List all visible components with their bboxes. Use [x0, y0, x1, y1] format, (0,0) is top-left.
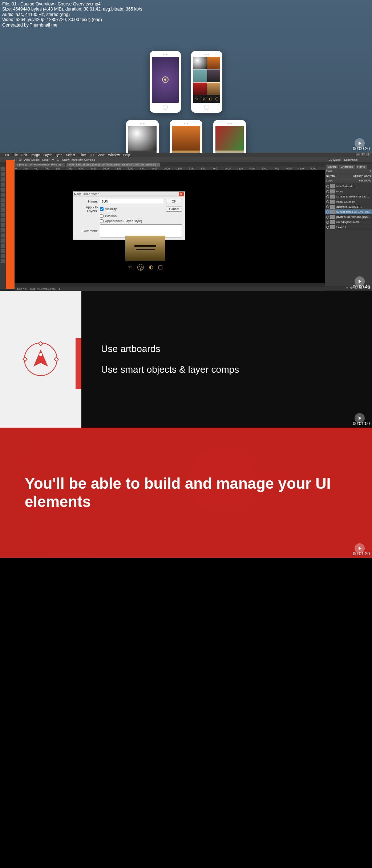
canvas-content: ☆ ◎ ◐ ▢: [125, 236, 165, 271]
close-icon[interactable]: ✕: [179, 192, 184, 196]
photoshop-frame: —▢✕ Ps FileEditImageLayerTypeSelectFilte…: [0, 153, 372, 291]
frame-1: File: 01 - Course Overview - Course Over…: [0, 0, 372, 153]
layer-row[interactable]: sunset-at-miyajima-123...: [325, 194, 372, 199]
frame-3: Use artboards Use smart objects & layer …: [0, 291, 372, 428]
phone-mockup: ☆◎◐▢: [170, 120, 202, 153]
orange-overlay: [6, 160, 15, 289]
apply-label: Apply to Layers:: [76, 205, 98, 213]
layer-row[interactable]: icons: [325, 189, 372, 194]
options-bar[interactable]: ▸☑Auto-SelectLayer▾☐Show Transform Contr…: [0, 157, 372, 162]
visibility-checkbox[interactable]: [100, 207, 104, 211]
window-controls[interactable]: —▢✕: [356, 153, 371, 156]
svg-rect-1: [23, 357, 27, 361]
svg-rect-2: [54, 357, 58, 361]
bullet-line: Use artboards: [101, 343, 372, 355]
file-meta: File: 01 - Course Overview - Course Over…: [0, 0, 372, 29]
timestamp: 00:01:00: [353, 421, 370, 426]
star-icon: ☆: [128, 264, 133, 271]
name-input[interactable]: [100, 199, 163, 204]
contrast-icon: ◐: [149, 264, 153, 271]
layer-row[interactable]: australia-1239787...: [325, 204, 372, 209]
bullet-line: Use smart objects & layer comps: [101, 364, 372, 375]
layer-row[interactable]: pastels-on-fabriano-pap...: [325, 215, 372, 220]
phone-mockup: ☆◎◐▢: [191, 51, 222, 113]
appearance-checkbox[interactable]: [100, 219, 104, 223]
cancel-button[interactable]: Cancel: [166, 207, 182, 212]
layer-row[interactable]: india-1225815: [325, 199, 372, 204]
phone-mockup: [150, 51, 181, 113]
menu-bar[interactable]: Ps FileEditImageLayerTypeSelectFilter3DV…: [0, 153, 372, 157]
timestamp: 00:01:20: [353, 551, 370, 556]
phone-mockup: ☆◎◐▢: [126, 120, 159, 153]
svg-point-4: [39, 353, 42, 356]
ok-button[interactable]: OK: [166, 199, 182, 204]
layer-row[interactable]: roundaglow-1475...: [325, 220, 372, 225]
headline: You'll be able to build and manage your …: [0, 475, 372, 511]
timestamp: 00:00:40: [353, 284, 370, 289]
layer-row[interactable]: Layer 1: [325, 225, 372, 230]
layer-row[interactable]: Hue/Saturatio...: [325, 184, 372, 189]
dialog-title: New Layer Comp: [74, 192, 100, 196]
target-icon: ◎: [137, 264, 144, 271]
vector-pen-icon: [21, 339, 61, 379]
picture-icon: ▢: [158, 264, 163, 271]
svg-rect-3: [39, 341, 43, 345]
comment-label: Comment:: [76, 229, 98, 233]
ruler: 0200400600800100012001400160018002000220…: [0, 167, 372, 170]
status-bar: 16.67%Doc: 49.4M/104.6M▸: [15, 287, 325, 291]
timestamp: 00:00:20: [353, 146, 370, 151]
layers-panel[interactable]: LayersChannelsPaths Kind▾ NormalOpacity:…: [325, 164, 372, 289]
canvas: New Layer Comp✕ Name: OK Apply to Layers…: [15, 170, 325, 283]
tools-panel[interactable]: [0, 166, 6, 289]
phone-mockup: ☆◎◐▢: [213, 120, 246, 153]
layer-row[interactable]: sunset-fence-34-1407658: [325, 209, 372, 215]
doc-tabs[interactable]: 1.psd @ 16.7% (interface, RGB/8) * Hue_S…: [0, 162, 372, 167]
name-label: Name:: [76, 200, 98, 203]
new-layer-comp-dialog: New Layer Comp✕ Name: OK Apply to Layers…: [73, 191, 185, 240]
position-checkbox[interactable]: [100, 214, 104, 218]
camera-icon: [162, 76, 169, 83]
frame-4: You'll be able to build and manage your …: [0, 428, 372, 558]
